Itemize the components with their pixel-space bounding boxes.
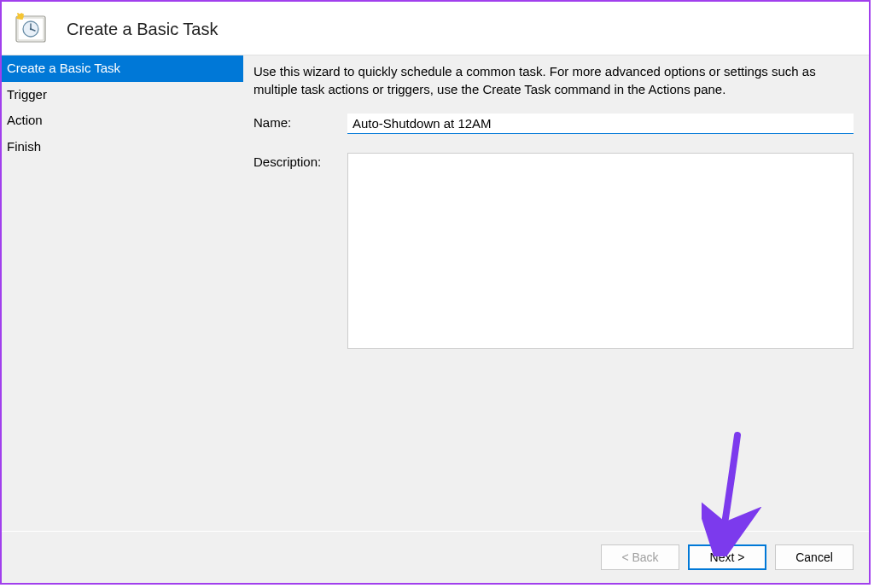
next-button[interactable]: Next > bbox=[688, 544, 766, 570]
wizard-main-panel: Use this wizard to quickly schedule a co… bbox=[243, 55, 869, 531]
wizard-body: Create a Basic Task Trigger Action Finis… bbox=[2, 55, 869, 531]
description-label: Description: bbox=[253, 153, 347, 169]
task-scheduler-icon bbox=[14, 12, 48, 46]
name-row: Name: bbox=[243, 110, 869, 137]
wizard-header: Create a Basic Task bbox=[2, 2, 869, 55]
wizard-window: Create a Basic Task Create a Basic Task … bbox=[0, 0, 871, 585]
sidebar-item-action[interactable]: Action bbox=[2, 108, 243, 134]
name-label: Name: bbox=[253, 114, 347, 130]
name-input[interactable] bbox=[347, 114, 854, 134]
description-input[interactable] bbox=[347, 153, 854, 349]
back-button: < Back bbox=[601, 544, 679, 570]
sidebar-item-create-basic-task[interactable]: Create a Basic Task bbox=[2, 55, 243, 82]
wizard-sidebar: Create a Basic Task Trigger Action Finis… bbox=[2, 55, 243, 531]
wizard-instructions: Use this wizard to quickly schedule a co… bbox=[243, 55, 869, 110]
wizard-title: Create a Basic Task bbox=[67, 20, 218, 39]
sidebar-item-trigger[interactable]: Trigger bbox=[2, 82, 243, 108]
cancel-button[interactable]: Cancel bbox=[775, 544, 854, 570]
svg-point-5 bbox=[30, 28, 32, 30]
description-row: Description: bbox=[243, 149, 869, 352]
sidebar-item-finish[interactable]: Finish bbox=[2, 134, 243, 160]
wizard-footer: < Back Next > Cancel bbox=[2, 532, 869, 583]
